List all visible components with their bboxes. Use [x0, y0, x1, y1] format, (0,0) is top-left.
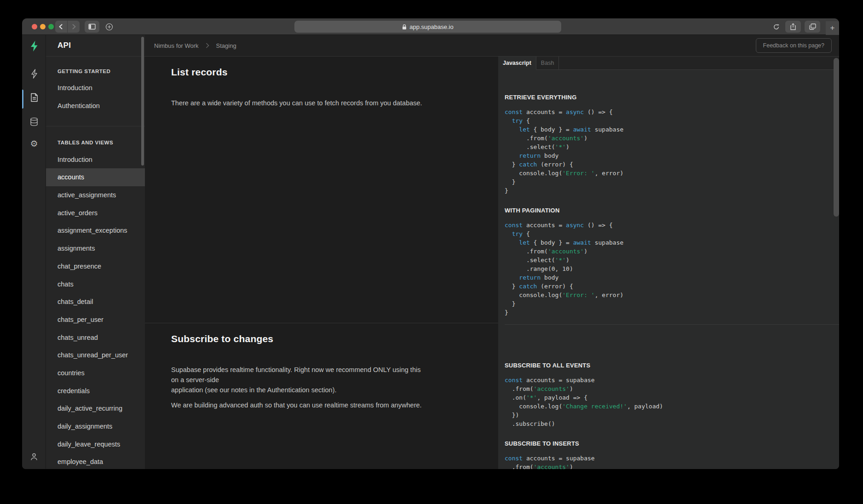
reload-icon — [773, 23, 780, 30]
sidebar-item-introduction[interactable]: Introduction — [46, 79, 145, 97]
code-block-with-pagination[interactable]: const accounts = async () => { try { let… — [505, 221, 839, 317]
icon-rail: ⚙ — [22, 35, 46, 469]
plus-icon: + — [830, 23, 835, 33]
tab-overview-button[interactable] — [805, 21, 820, 33]
code-line: } catch (error) { — [505, 160, 839, 169]
code-line: .range(0, 10) — [505, 264, 839, 273]
doc-body: There are a wide variety of methods you … — [171, 98, 429, 108]
sidebar-item-chats-per-user[interactable]: chats_per_user — [46, 311, 145, 329]
code-line: .on('*', payload => { — [505, 393, 839, 402]
sidebar-item-active-assignments[interactable]: active_assignments — [46, 186, 145, 204]
back-button[interactable] — [55, 21, 67, 33]
sidebar-item-chats-detail[interactable]: chats_detail — [46, 293, 145, 311]
code-line: const accounts = supabase — [505, 376, 839, 384]
doc-section-subscribe-to-changes: Subscribe to changesSupabase provides re… — [145, 323, 498, 410]
code-line: } — [505, 178, 839, 186]
sidebar-item-authentication[interactable]: Authentication — [46, 97, 145, 115]
settings-gear-icon[interactable]: ⚙ — [22, 138, 46, 149]
code-panel: Javascript Bash RETRIEVE EVERYTHINGconst… — [498, 57, 839, 469]
docs-icon[interactable] — [22, 92, 46, 103]
code-line: try { — [505, 229, 839, 238]
address-url: app.supabase.io — [409, 23, 453, 30]
code-line: const accounts = async () => { — [505, 108, 839, 116]
account-person-icon[interactable] — [22, 451, 46, 462]
code-line: .select('*') — [505, 143, 839, 151]
share-button[interactable] — [785, 21, 801, 33]
code-block-label: SUBSCRIBE TO ALL EVENTS — [505, 362, 839, 370]
browser-titlebar: app.supabase.io + — [22, 18, 839, 35]
browser-window: app.supabase.io + — [22, 18, 839, 469]
code-line: const accounts = supabase — [505, 454, 839, 463]
sidebar-toggle-button[interactable] — [85, 21, 99, 33]
sidebar: API GETTING STARTEDIntroductionAuthentic… — [46, 35, 145, 469]
sidebar-title: API — [46, 35, 145, 57]
sidebar-item-chats-unread-per-user[interactable]: chats_unread_per_user — [46, 346, 145, 364]
code-line: } catch (error) { — [505, 282, 839, 291]
back-icon — [58, 23, 64, 30]
database-icon[interactable] — [22, 116, 46, 127]
code-line: const accounts = async () => { — [505, 221, 839, 229]
sidebar-section: GETTING STARTEDIntroductionAuthenticatio… — [46, 57, 145, 126]
lock-icon — [402, 24, 407, 30]
add-tab-button[interactable] — [103, 21, 115, 33]
breadcrumb-environment[interactable]: Staging — [216, 42, 236, 49]
sidebar-item-chats[interactable]: chats — [46, 275, 145, 293]
sidebar-item-daily-leave-requests[interactable]: daily_leave_requests — [46, 435, 145, 453]
code-section: SUBSCRIBE TO ALL EVENTSconst accounts = … — [505, 325, 839, 469]
code-line: .subscribe() — [505, 419, 839, 428]
tab-bash[interactable]: Bash — [536, 57, 559, 69]
forward-icon — [70, 23, 77, 30]
doc-paragraph: Supabase provides realtime functionality… — [171, 365, 429, 395]
page-scrollbar[interactable] — [834, 58, 839, 217]
code-block-subscribe-to-all-events[interactable]: const accounts = supabase .from('account… — [505, 376, 839, 428]
tab-javascript[interactable]: Javascript — [498, 57, 536, 70]
reload-button[interactable] — [770, 21, 782, 33]
code-line: return body — [505, 273, 839, 282]
sidebar-item-chat-presence[interactable]: chat_presence — [46, 258, 145, 275]
sidebar-item-accounts[interactable]: accounts — [46, 168, 145, 186]
supabase-logo[interactable] — [22, 40, 46, 52]
sidebar-toggle-icon — [88, 23, 96, 30]
sidebar-item-daily-assignments[interactable]: daily_assignments — [46, 418, 145, 435]
code-block-label: WITH PAGINATION — [505, 207, 839, 215]
new-tab-button[interactable]: + — [826, 21, 839, 35]
code-line: .select('*') — [505, 256, 839, 264]
breadcrumb-project[interactable]: Nimbus for Work — [154, 42, 199, 49]
doc-paragraph: There are a wide variety of methods you … — [171, 98, 429, 108]
desktop: { "browser": { "url": "app.supabase.io",… — [0, 0, 863, 504]
code-block-label: RETRIEVE EVERYTHING — [505, 94, 839, 102]
doc-paragraph: We are building advanced auth so that yo… — [171, 400, 429, 410]
sidebar-item-introduction[interactable]: Introduction — [46, 150, 145, 168]
sidebar-item-countries[interactable]: countries — [46, 364, 145, 382]
tab-overview-icon — [809, 23, 816, 30]
sidebar-item-employee-data[interactable]: employee_data — [46, 453, 145, 469]
code-tabbar: Javascript Bash — [498, 57, 839, 70]
code-scroll: RETRIEVE EVERYTHINGconst accounts = asyn… — [498, 70, 839, 469]
code-line: } — [505, 299, 839, 308]
sidebar-item-assignment-exceptions[interactable]: assignment_exceptions — [46, 222, 145, 240]
code-line: .from('accounts') — [505, 384, 839, 393]
window-minimize-button[interactable] — [40, 24, 46, 29]
sidebar-item-daily-active-recurring[interactable]: daily_active_recurring — [46, 400, 145, 418]
code-line: let { body } = await supabase — [505, 238, 839, 247]
address-bar[interactable]: app.supabase.io — [294, 21, 561, 33]
code-block-subscribe-to-inserts[interactable]: const accounts = supabase .from('account… — [505, 454, 839, 469]
sidebar-item-chats-unread[interactable]: chats_unread — [46, 328, 145, 346]
code-block-label: SUBSCRIBE TO INSERTS — [505, 440, 839, 448]
sidebar-scrollbar[interactable] — [141, 37, 144, 166]
sidebar-item-active-orders[interactable]: active_orders — [46, 204, 145, 222]
code-line: } — [505, 186, 839, 195]
code-line: let { body } = await supabase — [505, 125, 839, 134]
code-block-retrieve-everything[interactable]: const accounts = async () => { try { let… — [505, 108, 839, 195]
code-line: console.log('Change received!', payload) — [505, 402, 839, 411]
code-line: } — [505, 308, 839, 317]
feedback-button[interactable]: Feedback on this page? — [756, 38, 832, 53]
window-close-button[interactable] — [32, 24, 37, 29]
sidebar-item-credentials[interactable]: credentials — [46, 382, 145, 400]
forward-button[interactable] — [68, 21, 80, 33]
doc-heading: List records — [171, 67, 498, 78]
window-zoom-button[interactable] — [48, 24, 54, 29]
sidebar-item-assignments[interactable]: assignments — [46, 240, 145, 258]
lightning-icon[interactable] — [22, 68, 46, 79]
sidebar-section: TABLES AND VIEWSIntroductionaccountsacti… — [46, 126, 145, 469]
